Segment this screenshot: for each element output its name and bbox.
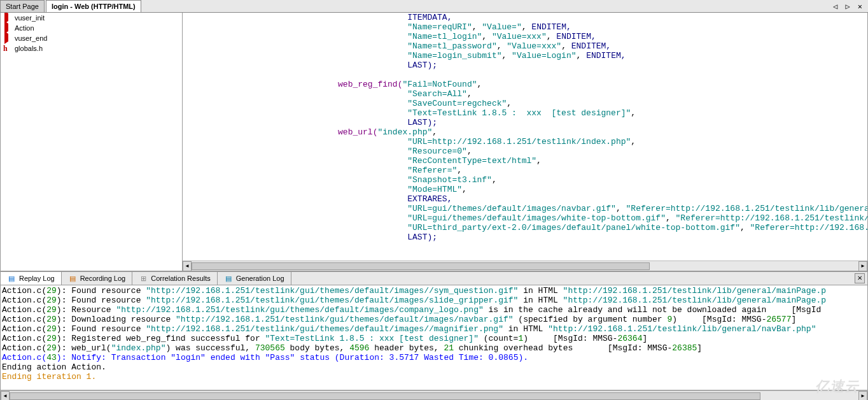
scroll-thumb[interactable]	[192, 262, 650, 270]
generation-log-icon: ▤	[224, 274, 233, 283]
scroll-right-arrow[interactable]: ►	[858, 261, 867, 271]
header-file-icon: h	[3, 44, 12, 53]
tab-label: Correlation Results	[151, 275, 211, 282]
log-hscrollbar[interactable]: ◄ ►	[0, 390, 868, 400]
code-hscrollbar[interactable]: ◄ ►	[183, 261, 867, 271]
close-tab-btn[interactable]: ✕	[856, 2, 864, 11]
scroll-thumb[interactable]	[10, 392, 760, 400]
tab-recording-log[interactable]: ▤ Recording Log	[62, 272, 133, 285]
prev-tab-btn[interactable]: ◁	[831, 2, 839, 11]
tree-label: vuser_end	[15, 34, 47, 42]
close-output-pane[interactable]: ✕	[855, 273, 865, 283]
code-editor-pane: − − ITEMDATA, "Name=reqURI", "Value=", E…	[183, 13, 867, 271]
tree-item-vuser-init[interactable]: vuser_init	[1, 13, 182, 23]
correlation-icon: ⊞	[139, 274, 148, 283]
next-tab-btn[interactable]: ▷	[844, 2, 852, 11]
tree-item-globals-h[interactable]: h globals.h	[1, 43, 182, 54]
tab-generation-log[interactable]: ▤ Generation Log	[218, 272, 291, 285]
tree-label: globals.h	[15, 45, 43, 52]
scroll-left-arrow[interactable]: ◄	[183, 261, 192, 271]
tab-login-web[interactable]: login - Web (HTTP/HTML)	[46, 0, 141, 12]
tab-replay-log[interactable]: ▤ Replay Log	[1, 272, 62, 285]
scroll-right-arrow[interactable]: ►	[858, 391, 867, 400]
script-tree[interactable]: vuser_init Action vuser_end h globals.h	[1, 13, 183, 271]
replay-log-output[interactable]: Action.c(29): Found resource "http://192…	[0, 285, 868, 390]
tab-start-page[interactable]: Start Page	[0, 0, 45, 12]
document-tabs: Start Page login - Web (HTTP/HTML) ◁ ▷ ✕	[0, 0, 868, 13]
tab-label: Replay Log	[19, 275, 55, 282]
action-icon	[3, 34, 12, 43]
tab-window-buttons: ◁ ▷ ✕	[831, 0, 868, 12]
tab-correlation-results[interactable]: ⊞ Correlation Results	[132, 272, 218, 285]
tree-label: vuser_init	[15, 14, 45, 22]
replay-log-icon: ▤	[7, 274, 16, 283]
output-tabs: ▤ Replay Log ▤ Recording Log ⊞ Correlati…	[0, 271, 868, 285]
tab-label: Generation Log	[236, 275, 284, 282]
code-editor[interactable]: ITEMDATA, "Name=reqURI", "Value=", ENDIT…	[183, 13, 867, 261]
tree-item-action[interactable]: Action	[1, 23, 182, 33]
scroll-left-arrow[interactable]: ◄	[1, 391, 10, 400]
main-split: vuser_init Action vuser_end h globals.h …	[0, 13, 868, 271]
tab-label: Recording Log	[80, 275, 126, 282]
tree-label: Action	[15, 24, 34, 32]
recording-log-icon: ▤	[68, 274, 77, 283]
tree-item-vuser-end[interactable]: vuser_end	[1, 33, 182, 43]
